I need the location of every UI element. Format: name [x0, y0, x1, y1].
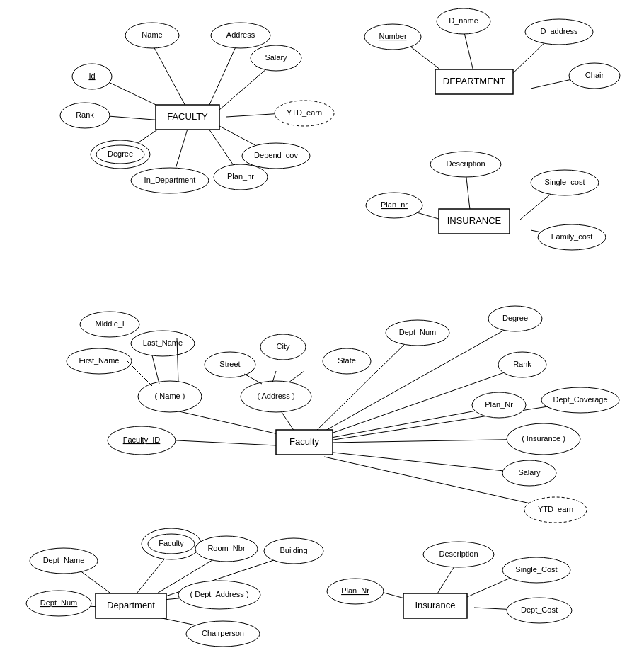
svg-line-34 [289, 371, 304, 382]
bot-roomnbr-label: Room_Nbr [207, 544, 246, 552]
insurance-label: INSURANCE [447, 215, 502, 226]
bot-ins-desc-label: Description [439, 550, 478, 558]
mid-insurance-composite-label: ( Insurance ) [522, 434, 565, 443]
svg-line-27 [327, 452, 524, 473]
svg-line-2 [219, 64, 272, 110]
bot-chairperson-label: Chairperson [202, 629, 244, 637]
bot-ins-single-label: Single_Cost [515, 565, 557, 574]
ins-family-label: Family_cost [551, 232, 593, 241]
svg-line-43 [435, 563, 456, 597]
bot-deptnum-label: Dept_Num [40, 598, 78, 607]
insurance-bot-label: Insurance [415, 600, 455, 610]
mid-name-composite-label: ( Name ) [155, 392, 185, 400]
ins-plannr-label: Plan_nr [381, 200, 408, 209]
faculty-depend-label: Depend_cov [254, 151, 298, 159]
mid-facultyid-label: Faculty_ID [123, 436, 161, 444]
mid-deptcov-label: Dept_Coverage [553, 395, 607, 404]
faculty-salary-label: Salary [265, 53, 287, 62]
bot-building-label: Building [280, 546, 307, 554]
svg-line-16 [520, 191, 554, 220]
bot-ins-deptcost-label: Dept_Cost [521, 605, 558, 614]
dept-chair-label: Chair [585, 71, 604, 79]
faculty-label: FACULTY [167, 111, 208, 122]
ins-single-label: Single_cost [545, 178, 585, 186]
dept-dname-label: D_name [449, 16, 478, 25]
mid-city-label: City [277, 342, 290, 351]
mid-street-label: Street [219, 360, 240, 368]
mid-firstname-label: First_Name [79, 356, 120, 365]
mid-salary-label: Salary [518, 468, 541, 477]
mid-rank-label: Rank [513, 360, 531, 368]
department-bot-label: Department [107, 600, 155, 610]
faculty-mid-label: Faculty [289, 436, 319, 447]
svg-line-0 [152, 44, 188, 110]
svg-line-3 [226, 113, 283, 117]
dept-daddress-label: D_address [540, 27, 578, 35]
department-label: DEPARTMENT [443, 76, 505, 86]
mid-middlel-label: Middle_l [96, 319, 125, 328]
mid-deptnum-label: Dept_Num [399, 328, 437, 336]
faculty-degree-label: Degree [108, 149, 133, 158]
mid-address-composite-label: ( Address ) [257, 392, 294, 400]
mid-plannr-label: Plan_Nr [485, 400, 513, 409]
faculty-name-label: Name [142, 30, 162, 39]
svg-line-10 [464, 30, 474, 74]
svg-line-24 [331, 407, 495, 438]
mid-state-label: State [338, 356, 356, 365]
mid-degree-label: Degree [502, 314, 528, 322]
faculty-indept-label: In_Department [144, 176, 196, 184]
ins-desc-label: Description [446, 159, 485, 168]
svg-line-30 [152, 355, 159, 384]
svg-line-29 [127, 361, 152, 386]
bot-faculty-label: Faculty [159, 539, 184, 547]
faculty-ytd-label: YTD_earn [287, 108, 322, 117]
svg-line-12 [510, 39, 548, 76]
svg-line-32 [244, 374, 262, 384]
diagram-container: FACULTY Name Address Salary YTD_earn Dep… [0, 0, 644, 660]
faculty-id-label: Id [88, 72, 95, 80]
faculty-address-label: Address [226, 30, 255, 39]
faculty-plannr-label: Plan_nr [227, 172, 254, 181]
bot-ins-plannr-label: Plan_Nr [341, 586, 369, 595]
svg-line-1 [209, 44, 237, 106]
faculty-rank-label: Rank [76, 110, 94, 119]
bot-deptname-label: Dept_Name [43, 556, 85, 564]
er-diagram-svg: FACULTY Name Address Salary YTD_earn Dep… [0, 0, 644, 660]
dept-number-label: Number [379, 32, 406, 40]
svg-line-18 [170, 409, 294, 438]
bot-deptaddr-composite-label: ( Dept_Address ) [190, 590, 248, 598]
mid-ytd-label: YTD_earn [538, 505, 573, 513]
